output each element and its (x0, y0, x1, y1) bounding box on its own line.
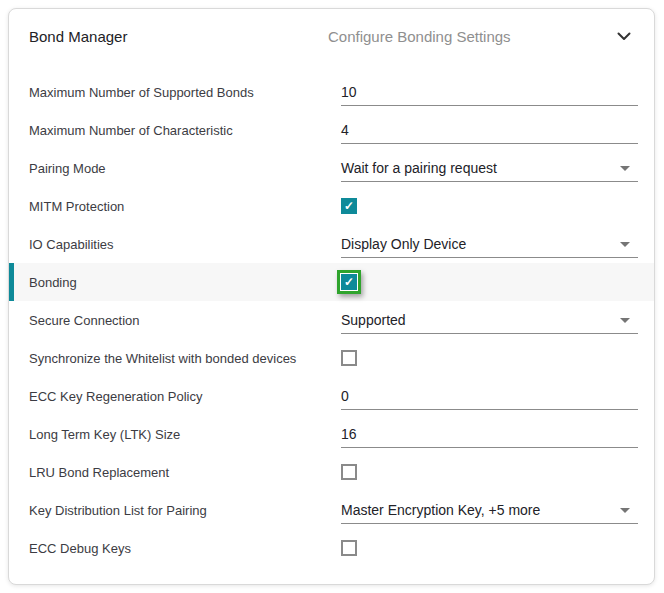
input-underline (341, 105, 638, 106)
chevron-down-icon (617, 32, 631, 41)
settings-list: Maximum Number of Supported Bonds 10 Max… (9, 57, 654, 567)
setting-control: 16 (341, 415, 638, 453)
setting-row-bonding: Bonding ✓ (9, 263, 654, 301)
setting-row-io-capabilities: IO Capabilities Display Only Device (9, 225, 654, 263)
dropdown-arrow-icon (620, 166, 630, 171)
setting-control: ✓ (341, 263, 638, 301)
setting-label: LRU Bond Replacement (29, 465, 341, 480)
setting-label: ECC Debug Keys (29, 541, 341, 556)
setting-label: IO Capabilities (29, 237, 341, 252)
input-underline (341, 523, 638, 524)
input-underline (341, 447, 638, 448)
setting-label: ECC Key Regeneration Policy (29, 389, 341, 404)
setting-control: 4 (341, 111, 638, 149)
panel-header: Bond Manager Configure Bonding Settings (9, 9, 654, 57)
input-underline (341, 181, 638, 182)
setting-control: 0 (341, 377, 638, 415)
check-icon: ✓ (344, 274, 354, 290)
checkbox[interactable] (341, 350, 357, 366)
checkbox[interactable]: ✓ (341, 274, 357, 290)
bond-manager-panel: Bond Manager Configure Bonding Settings … (8, 8, 655, 585)
setting-row-maximum-number-of-supported-bonds: Maximum Number of Supported Bonds 10 (9, 73, 654, 111)
dropdown-arrow-icon (620, 318, 630, 323)
text-input-value[interactable]: 0 (341, 388, 349, 404)
panel-subtitle: Configure Bonding Settings (328, 28, 616, 45)
setting-label: Maximum Number of Characteristic (29, 123, 341, 138)
setting-label: Maximum Number of Supported Bonds (29, 85, 341, 100)
setting-row-maximum-number-of-characteristic: Maximum Number of Characteristic 4 (9, 111, 654, 149)
setting-control: Wait for a pairing request (341, 149, 638, 187)
text-input-value[interactable]: 16 (341, 426, 357, 442)
dropdown-value[interactable]: Master Encryption Key, +5 more (341, 502, 540, 518)
input-underline (341, 333, 638, 334)
checkbox-wrap (341, 350, 357, 366)
setting-control: 10 (341, 73, 638, 111)
checkbox-wrap (341, 540, 357, 556)
setting-row-lru-bond-replacement: LRU Bond Replacement (9, 453, 654, 491)
setting-label: Bonding (29, 275, 341, 290)
text-input-value[interactable]: 10 (341, 84, 357, 100)
setting-label: Synchronize the Whitelist with bonded de… (29, 351, 341, 366)
setting-row-key-distribution-list-for-pairing: Key Distribution List for Pairing Master… (9, 491, 654, 529)
setting-row-mitm-protection: MITM Protection ✓ (9, 187, 654, 225)
setting-label: Secure Connection (29, 313, 341, 328)
dropdown-arrow-icon (620, 242, 630, 247)
checkbox-wrap (341, 464, 357, 480)
panel-title: Bond Manager (29, 28, 328, 45)
setting-row-ecc-debug-keys: ECC Debug Keys (9, 529, 654, 567)
collapse-button[interactable] (616, 28, 632, 44)
dropdown-value[interactable]: Supported (341, 312, 406, 328)
setting-label: Long Term Key (LTK) Size (29, 427, 341, 442)
input-underline (341, 257, 638, 258)
setting-row-long-term-key-ltk-size: Long Term Key (LTK) Size 16 (9, 415, 654, 453)
check-icon: ✓ (344, 198, 354, 214)
setting-label: Pairing Mode (29, 161, 341, 176)
dropdown-arrow-icon (620, 508, 630, 513)
text-input-value[interactable]: 4 (341, 122, 349, 138)
selected-row-indicator (9, 263, 14, 301)
setting-control: Master Encryption Key, +5 more (341, 491, 638, 529)
setting-control: ✓ (341, 187, 638, 225)
setting-row-ecc-key-regeneration-policy: ECC Key Regeneration Policy 0 (9, 377, 654, 415)
checkbox-wrap: ✓ (337, 270, 361, 294)
checkbox[interactable] (341, 464, 357, 480)
setting-control: Display Only Device (341, 225, 638, 263)
dropdown-value[interactable]: Display Only Device (341, 236, 466, 252)
setting-label: Key Distribution List for Pairing (29, 503, 341, 518)
setting-label: MITM Protection (29, 199, 341, 214)
dropdown-value[interactable]: Wait for a pairing request (341, 160, 497, 176)
setting-control (341, 453, 638, 491)
setting-control (341, 339, 638, 377)
checkbox-wrap: ✓ (341, 198, 357, 214)
setting-control (341, 529, 638, 567)
checkbox[interactable]: ✓ (341, 198, 357, 214)
setting-row-synchronize-the-whitelist-with-bonded-devices: Synchronize the Whitelist with bonded de… (9, 339, 654, 377)
setting-row-pairing-mode: Pairing Mode Wait for a pairing request (9, 149, 654, 187)
input-underline (341, 143, 638, 144)
input-underline (341, 409, 638, 410)
setting-control: Supported (341, 301, 638, 339)
setting-row-secure-connection: Secure Connection Supported (9, 301, 654, 339)
checkbox[interactable] (341, 540, 357, 556)
